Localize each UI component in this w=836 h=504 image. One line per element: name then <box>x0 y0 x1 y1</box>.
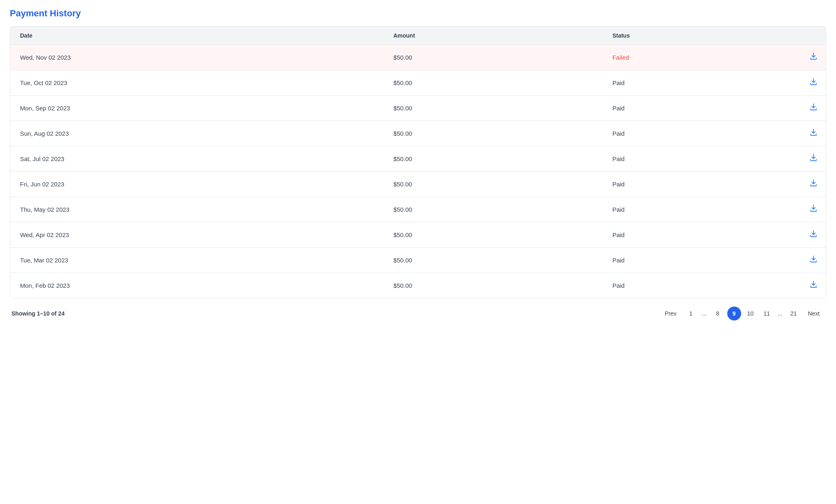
cell-status: Paid <box>603 146 800 172</box>
cell-date: Sat, Jul 02 2023 <box>10 146 383 172</box>
page-title: Payment History <box>10 8 826 19</box>
cell-download <box>800 172 826 197</box>
pagination-page-9[interactable]: 9 <box>727 307 741 320</box>
cell-download <box>800 273 826 298</box>
cell-date: Mon, Feb 02 2023 <box>10 273 383 298</box>
cell-status: Paid <box>603 248 800 273</box>
pagination-ellipsis-2: ... <box>776 310 784 317</box>
cell-download <box>800 70 826 96</box>
cell-status: Paid <box>603 197 800 222</box>
cell-date: Wed, Apr 02 2023 <box>10 222 383 248</box>
column-header-action <box>800 27 826 45</box>
table-row: Thu, May 02 2023$50.00Paid <box>10 197 826 222</box>
cell-amount: $50.00 <box>383 96 603 121</box>
download-icon[interactable] <box>809 103 818 113</box>
cell-download <box>800 96 826 121</box>
cell-date: Tue, Mar 02 2023 <box>10 248 383 273</box>
download-icon[interactable] <box>809 52 818 63</box>
download-icon[interactable] <box>809 280 818 291</box>
cell-date: Mon, Sep 02 2023 <box>10 96 383 121</box>
cell-status: Paid <box>603 273 800 298</box>
cell-amount: $50.00 <box>383 146 603 172</box>
pagination-page-8[interactable]: 8 <box>711 307 725 320</box>
cell-download <box>800 222 826 248</box>
showing-text: Showing 1–10 of 24 <box>11 310 65 317</box>
column-header-date: Date <box>10 27 383 45</box>
table-row: Sun, Aug 02 2023$50.00Paid <box>10 121 826 146</box>
cell-download <box>800 197 826 222</box>
cell-status: Paid <box>603 222 800 248</box>
table-footer: Showing 1–10 of 24 Prev 1 ... 8 9 10 11 … <box>10 307 826 320</box>
cell-date: Fri, Jun 02 2023 <box>10 172 383 197</box>
download-icon[interactable] <box>809 179 818 189</box>
pagination-page-10[interactable]: 10 <box>744 307 758 320</box>
cell-status: Paid <box>603 96 800 121</box>
pagination: Prev 1 ... 8 9 10 11 ... 21 Next <box>660 307 825 320</box>
cell-amount: $50.00 <box>383 70 603 96</box>
table-row: Mon, Sep 02 2023$50.00Paid <box>10 96 826 121</box>
download-icon[interactable] <box>809 255 818 265</box>
column-header-amount: Amount <box>383 27 603 45</box>
download-icon[interactable] <box>809 128 818 139</box>
payment-table: Date Amount Status Wed, Nov 02 2023$50.0… <box>10 27 826 298</box>
cell-status: Paid <box>603 70 800 96</box>
cell-amount: $50.00 <box>383 222 603 248</box>
cell-amount: $50.00 <box>383 45 603 70</box>
download-icon[interactable] <box>809 78 818 88</box>
column-header-status: Status <box>603 27 800 45</box>
cell-amount: $50.00 <box>383 248 603 273</box>
cell-amount: $50.00 <box>383 121 603 146</box>
table-row: Wed, Apr 02 2023$50.00Paid <box>10 222 826 248</box>
cell-status: Failed <box>603 45 800 70</box>
table-row: Tue, Oct 02 2023$50.00Paid <box>10 70 826 96</box>
pagination-page-11[interactable]: 11 <box>760 307 774 320</box>
pagination-page-1[interactable]: 1 <box>684 307 698 320</box>
cell-download <box>800 45 826 70</box>
table-header-row: Date Amount Status <box>10 27 826 45</box>
cell-date: Thu, May 02 2023 <box>10 197 383 222</box>
payment-table-container: Date Amount Status Wed, Nov 02 2023$50.0… <box>10 26 826 298</box>
cell-status: Paid <box>603 121 800 146</box>
next-button[interactable]: Next <box>803 308 825 319</box>
cell-date: Tue, Oct 02 2023 <box>10 70 383 96</box>
pagination-ellipsis-1: ... <box>700 310 708 317</box>
table-row: Tue, Mar 02 2023$50.00Paid <box>10 248 826 273</box>
cell-status: Paid <box>603 172 800 197</box>
cell-download <box>800 248 826 273</box>
cell-amount: $50.00 <box>383 172 603 197</box>
cell-amount: $50.00 <box>383 273 603 298</box>
prev-button[interactable]: Prev <box>660 308 681 319</box>
table-row: Fri, Jun 02 2023$50.00Paid <box>10 172 826 197</box>
pagination-page-21[interactable]: 21 <box>787 307 800 320</box>
download-icon[interactable] <box>809 230 818 240</box>
table-row: Mon, Feb 02 2023$50.00Paid <box>10 273 826 298</box>
table-row: Wed, Nov 02 2023$50.00Failed <box>10 45 826 70</box>
cell-date: Wed, Nov 02 2023 <box>10 45 383 70</box>
table-row: Sat, Jul 02 2023$50.00Paid <box>10 146 826 172</box>
cell-amount: $50.00 <box>383 197 603 222</box>
cell-date: Sun, Aug 02 2023 <box>10 121 383 146</box>
download-icon[interactable] <box>809 154 818 164</box>
cell-download <box>800 121 826 146</box>
download-icon[interactable] <box>809 204 818 215</box>
cell-download <box>800 146 826 172</box>
